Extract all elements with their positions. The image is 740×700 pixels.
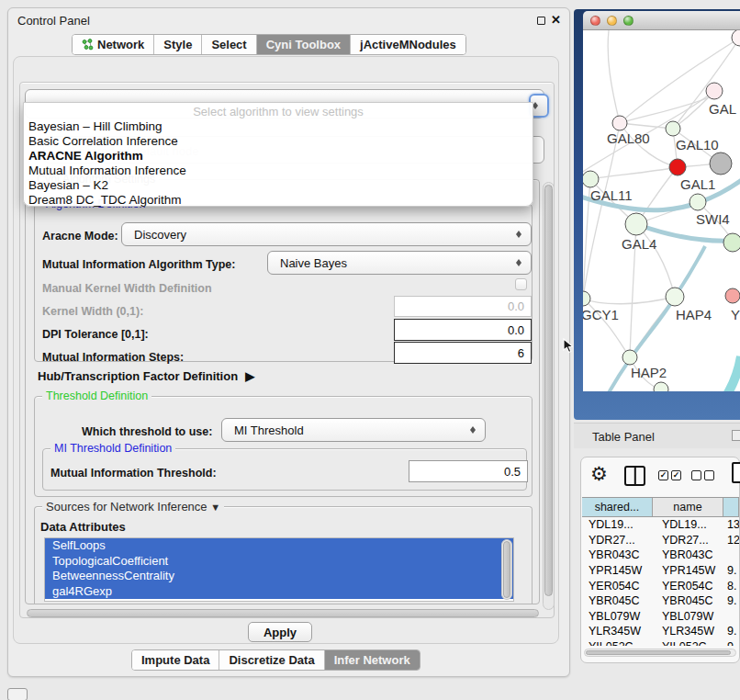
network-node-gal11[interactable]: [583, 171, 599, 187]
dpi-tolerance-field[interactable]: 0.0: [394, 319, 532, 341]
node-label: GCY1: [583, 307, 619, 322]
list-scrollbar-thumb[interactable]: [503, 541, 510, 598]
aracne-mode-label: Aracne Mode:: [42, 230, 118, 243]
table-horizontal-thumb[interactable]: [586, 650, 731, 655]
close-light[interactable]: [590, 16, 600, 26]
table-row[interactable]: YBR045CYBR045C9.: [582, 593, 739, 609]
cell: YBR045C: [582, 594, 653, 607]
tab-cyni-toolbox[interactable]: Cyni Toolbox: [257, 35, 351, 54]
algorithm-option-aracne-algorithm[interactable]: ARACNE Algorithm: [24, 149, 533, 164]
algorithm-option-basic-correlation-inference[interactable]: Basic Correlation Inference: [24, 134, 533, 149]
new-document-icon[interactable]: [732, 462, 740, 483]
network-node-y[interactable]: [725, 288, 740, 303]
hub-definition-toggle[interactable]: Hub/Transcription Factor Definition ▶: [38, 369, 254, 383]
column-header-name[interactable]: name: [653, 498, 723, 516]
tab-network[interactable]: Network: [73, 35, 154, 54]
cell: 9.: [723, 640, 739, 646]
network-node-hap4[interactable]: [666, 288, 684, 306]
algorithm-option-dream8-dc-tdc-algorithm[interactable]: Dream8 DC_TDC Algorithm: [24, 193, 533, 208]
table-row[interactable]: YIL052CYIL052C9.: [582, 639, 739, 646]
table-row[interactable]: YBR043CYBR043C: [582, 548, 739, 563]
algorithm-option-bayesian-hill-climbing[interactable]: Bayesian – Hill Climbing: [24, 119, 533, 134]
columns-icon[interactable]: [624, 466, 645, 486]
network-node-gal10[interactable]: [666, 121, 680, 136]
settings-vertical-scrollbar[interactable]: [543, 182, 555, 610]
column-header-extra[interactable]: [723, 498, 739, 516]
network-window-titlebar[interactable]: [583, 11, 740, 30]
cell: YDR27...: [582, 534, 653, 547]
which-threshold-combobox[interactable]: MI Threshold: [221, 418, 486, 442]
expand-arrow-icon: ▶: [245, 369, 254, 383]
attribute-betweennesscentrality[interactable]: BetweennessCentrality: [45, 569, 513, 584]
mi-steps-field[interactable]: 6: [394, 342, 532, 364]
network-view-window[interactable]: GALGAL80GAL10GAL1GAL11SWI4GAL4GCY1HAP4YH…: [574, 9, 740, 420]
deselect-all-icon[interactable]: [691, 470, 714, 480]
network-node-gal[interactable]: [706, 83, 723, 99]
network-node[interactable]: [732, 30, 740, 46]
apply-button[interactable]: Apply: [248, 622, 312, 642]
cell: 9.: [723, 594, 739, 607]
manual-kernel-checkbox[interactable]: [515, 278, 527, 290]
network-node[interactable]: [710, 152, 732, 175]
attribute-selfloops[interactable]: SelfLoops: [45, 538, 513, 554]
tab-label: Infer Network: [334, 653, 410, 667]
zoom-light[interactable]: [623, 16, 633, 26]
attribute-topologicalcoefficient[interactable]: TopologicalCoefficient: [45, 554, 513, 570]
tab-discretize-data[interactable]: Discretize Data: [219, 650, 324, 670]
dock-panel-icon[interactable]: [732, 430, 740, 441]
gear-icon[interactable]: ⚙: [590, 463, 608, 485]
close-icon[interactable]: ✕: [551, 13, 561, 27]
table-row[interactable]: YDL19...YDL19...13: [582, 517, 739, 533]
network-node-gal80[interactable]: [612, 116, 627, 130]
network-node-gcy1[interactable]: [583, 291, 590, 306]
network-node-gal1[interactable]: [669, 159, 686, 175]
table-row[interactable]: YER054CYER054C8.: [582, 578, 739, 593]
kernel-width-field[interactable]: 0.0: [394, 296, 532, 317]
table-row[interactable]: YDR27...YDR27...12: [582, 533, 739, 548]
combobox-spinner-icon: [469, 423, 477, 436]
cell: YLR345W: [653, 625, 723, 638]
minimized-panel-chip[interactable]: [7, 688, 28, 700]
cell: 9.: [723, 564, 739, 577]
network-node[interactable]: [723, 233, 740, 252]
mi-threshold-group: MI Threshold Definition Mutual Informati…: [42, 448, 527, 491]
algorithm-option-mutual-information-inference[interactable]: Mutual Information Inference: [24, 164, 533, 178]
data-attributes-list[interactable]: SelfLoopsTopologicalCoefficientBetweenne…: [44, 537, 514, 602]
cell: YER054C: [582, 580, 653, 593]
minimize-light[interactable]: [607, 16, 617, 26]
mi-type-combobox[interactable]: Naive Bayes: [267, 251, 532, 275]
tab-select[interactable]: Select: [202, 35, 256, 54]
mi-threshold-field[interactable]: 0.5: [409, 460, 528, 482]
cell: YPR145W: [582, 564, 653, 577]
algorithm-option-bayesian-k2[interactable]: Bayesian – K2: [24, 178, 533, 193]
tab-impute-data[interactable]: Impute Data: [132, 650, 219, 670]
select-all-icon[interactable]: ✓✓: [658, 470, 681, 480]
cell: 13: [723, 518, 739, 531]
network-edge: [620, 123, 673, 129]
cyni-toolbox-panel: gal-filtered.sif default node Select alg…: [13, 56, 559, 644]
table-row[interactable]: YBL079WYBL079W: [582, 609, 739, 625]
table-row[interactable]: YLR345WYLR345W9.: [582, 624, 739, 639]
table-horizontal-scrollbar[interactable]: [584, 649, 736, 657]
column-header-shared[interactable]: shared...: [582, 498, 653, 516]
table-row[interactable]: YPR145WYPR145W9.: [582, 563, 739, 579]
network-canvas[interactable]: GALGAL80GAL10GAL1GAL11SWI4GAL4GCY1HAP4YH…: [583, 30, 740, 391]
settings-horizontal-scrollbar[interactable]: [27, 609, 539, 617]
tab-jactivemnodules[interactable]: jActiveMNodules: [351, 35, 465, 54]
network-edge: [590, 167, 678, 179]
network-node-hap2[interactable]: [622, 350, 637, 365]
attribute-gal4rgexp[interactable]: gal4RGexp: [45, 584, 513, 600]
sources-title[interactable]: Sources for Network Inference ▼: [42, 500, 224, 514]
float-window-icon[interactable]: [537, 17, 545, 25]
tab-label: Discretize Data: [229, 653, 314, 667]
aracne-mode-combobox[interactable]: Discovery: [121, 222, 532, 246]
network-node[interactable]: [654, 382, 668, 391]
tab-style[interactable]: Style: [154, 35, 202, 54]
settings-vertical-thumb[interactable]: [544, 185, 553, 596]
tab-label: Style: [163, 38, 192, 51]
network-node-gal4[interactable]: [625, 213, 647, 235]
network-node-swi4[interactable]: [690, 194, 706, 210]
list-scrollbar[interactable]: [501, 539, 512, 600]
tab-infer-network[interactable]: Infer Network: [325, 650, 420, 670]
sources-group: Sources for Network Inference ▼ Data Att…: [34, 506, 533, 604]
